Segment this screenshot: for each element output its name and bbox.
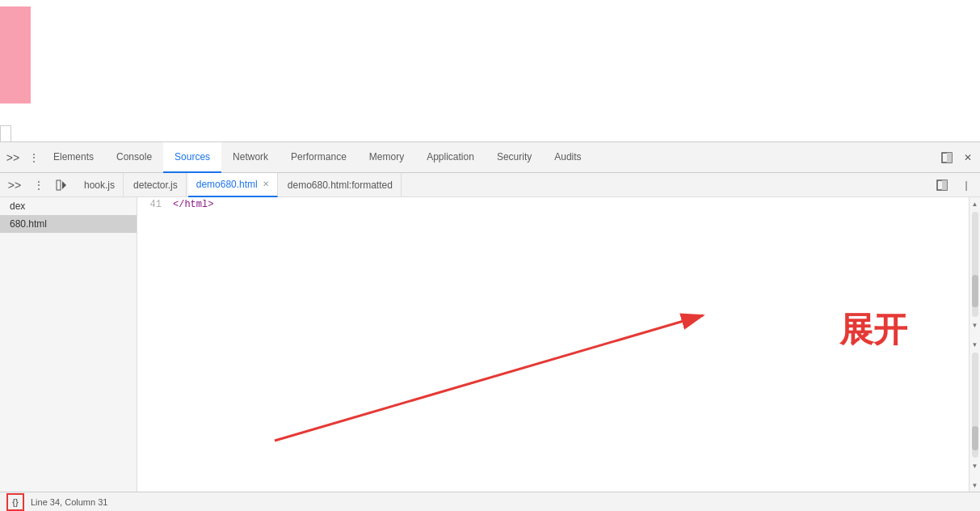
scroll-down-arrow-3[interactable]: ▼ [970, 461, 980, 471]
dock-button[interactable] [938, 149, 956, 167]
file-tab-demo680formatted[interactable]: demo680.html:formatted [280, 173, 402, 197]
pink-rectangle [0, 6, 31, 103]
tab-security[interactable]: Security [486, 142, 543, 173]
file-tab-hookjs[interactable]: hook.js [76, 173, 124, 197]
scroll-thumb-2 [972, 426, 978, 450]
tab-performance[interactable]: Performance [280, 142, 358, 173]
sources-more-button[interactable]: ⋮ [31, 177, 47, 193]
svg-rect-5 [942, 180, 947, 190]
right-scrollbar: ▲ ▼ ▼ ▼ ▼ [969, 197, 980, 492]
scroll-up-arrow[interactable]: ▲ [970, 199, 980, 209]
scroll-track-2[interactable] [972, 353, 978, 458]
cursor-position-label: Line 34, Column 31 [31, 497, 107, 507]
code-line-41: 41 </html> [137, 197, 969, 212]
sources-expand-button[interactable]: >> [5, 175, 24, 195]
tab-elements[interactable]: Elements [42, 142, 105, 173]
scroll-track-1[interactable] [972, 212, 978, 317]
tab-application[interactable]: Application [415, 142, 486, 173]
tab-console[interactable]: Console [105, 142, 163, 173]
sources-content: dex 680.html 41 </html> ▲ ▼ [0, 197, 980, 492]
scroll-thumb-1 [972, 275, 978, 307]
close-file-tab-icon[interactable]: ✕ [263, 179, 269, 188]
devtools-left-controls: >> ⋮ [3, 148, 42, 167]
file-tab-detectorjs[interactable]: detector.js [125, 173, 187, 197]
line-number-41: 41 [137, 197, 170, 212]
sources-close-button[interactable]: | [957, 176, 975, 194]
sidebar-item-demo680html[interactable]: 680.html [0, 215, 137, 233]
scroll-down-arrow-1[interactable]: ▼ [970, 320, 980, 330]
close-devtools-button[interactable]: ✕ [959, 149, 977, 167]
scroll-down-arrow-4[interactable]: ▼ [970, 480, 980, 490]
file-tabs: hook.js detector.js demo680.html ✕ demo6… [76, 173, 927, 197]
sidebar-item-index[interactable]: dex [0, 197, 137, 215]
devtools-tab-bar: >> ⋮ Elements Console Sources Network Pe… [0, 142, 980, 173]
tab-audits[interactable]: Audits [543, 142, 592, 173]
browser-page [0, 0, 980, 141]
expand-button[interactable]: >> [3, 148, 23, 167]
devtools-panel: >> ⋮ Elements Console Sources Network Pe… [0, 141, 980, 511]
svg-marker-3 [62, 181, 66, 189]
line-content-41: </html> [170, 197, 969, 212]
svg-rect-2 [57, 180, 61, 190]
code-editor[interactable]: 41 </html> [137, 197, 969, 492]
back-navigation-button[interactable] [53, 177, 69, 193]
status-bar: {} Line 34, Column 31 [0, 492, 980, 511]
sources-panel: >> ⋮ hook.js detector.js demo680.html ✕ [0, 173, 980, 511]
file-tab-demo680html[interactable]: demo680.html ✕ [188, 173, 278, 197]
devtools-right-buttons: ✕ [938, 149, 977, 167]
tab-memory[interactable]: Memory [358, 142, 415, 173]
sources-dock-button[interactable] [933, 176, 951, 194]
svg-rect-1 [947, 153, 952, 163]
format-code-button[interactable]: {} [6, 493, 24, 511]
scroll-down-arrow-2[interactable]: ▼ [970, 340, 980, 349]
sources-toolbar: >> ⋮ hook.js detector.js demo680.html ✕ [0, 173, 980, 197]
tab-sources[interactable]: Sources [163, 142, 221, 173]
sources-sidebar: dex 680.html [0, 197, 137, 492]
tab-network[interactable]: Network [221, 142, 280, 173]
more-options-button[interactable]: ⋮ [26, 150, 42, 166]
